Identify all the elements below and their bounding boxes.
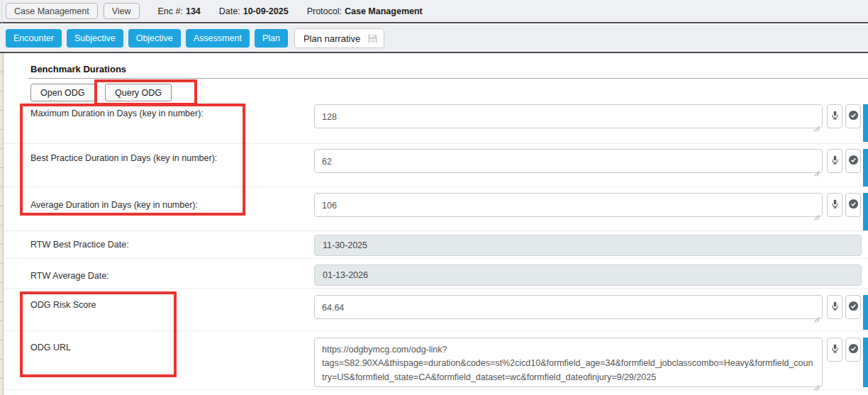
confirm-button[interactable] bbox=[845, 193, 861, 217]
maximum-duration-field: 128 bbox=[314, 104, 823, 131]
best-practice-duration-input[interactable]: 62 bbox=[314, 149, 823, 173]
heading-divider bbox=[28, 78, 868, 79]
microphone-icon bbox=[830, 301, 840, 313]
check-circle-icon bbox=[848, 343, 859, 356]
dictate-button[interactable] bbox=[827, 193, 842, 217]
tab-objective[interactable]: Objective bbox=[128, 29, 181, 48]
microphone-icon bbox=[830, 110, 840, 123]
protocol-value: Case Management bbox=[345, 6, 423, 16]
dictate-button[interactable] bbox=[827, 149, 842, 173]
encounter-topbar: Case Management View Enc #:134 Date:10-0… bbox=[0, 0, 868, 23]
case-management-button[interactable]: Case Management bbox=[6, 3, 98, 19]
maximum-duration-label: Maximum Duration in Days (key in number)… bbox=[30, 109, 204, 118]
tab-assessment[interactable]: Assessment bbox=[186, 29, 250, 48]
best-practice-duration-label: Best Practice Duration in Days (key in n… bbox=[30, 153, 217, 163]
rtw-average-date-label: RTW Average Date: bbox=[30, 271, 109, 281]
encounter-number: Enc #:134 bbox=[158, 6, 201, 16]
tab-plan[interactable]: Plan bbox=[255, 29, 288, 48]
odg-url-input[interactable]: https://odgbymcg.com/odg-link?tags=S82.9… bbox=[314, 338, 823, 387]
row-odg-risk-score: ODG Risk Score 64.64 bbox=[4, 288, 868, 330]
plan-narrative-button[interactable]: Plan narrative bbox=[294, 28, 384, 48]
protocol: Protocol:Case Management bbox=[307, 6, 423, 16]
row-odg-url: ODG URL https://odgbymcg.com/odg-link?ta… bbox=[4, 330, 868, 390]
dictate-button[interactable] bbox=[827, 338, 842, 362]
rtw-average-date-value: 01-13-2026 bbox=[314, 265, 862, 286]
case-management-page: Case Management View Enc #:134 Date:10-0… bbox=[0, 0, 868, 395]
confirm-button[interactable] bbox=[845, 149, 861, 173]
check-circle-icon bbox=[848, 199, 859, 211]
query-odg-button[interactable]: Query ODG bbox=[105, 84, 172, 101]
average-duration-field: 106 bbox=[314, 193, 823, 220]
row-rtw-best-practice-date: RTW Best Practice Date: 11-30-2025 bbox=[4, 230, 868, 258]
section-heading: Benchmark Durations bbox=[30, 64, 126, 74]
check-circle-icon bbox=[848, 301, 859, 313]
microphone-icon bbox=[830, 343, 840, 356]
odg-risk-score-label: ODG Risk Score bbox=[30, 300, 96, 310]
check-circle-icon bbox=[848, 110, 859, 123]
row-average-duration: Average Duration in Days (key in number)… bbox=[4, 187, 868, 230]
odg-buttons-row: Open ODG Query ODG bbox=[4, 80, 868, 104]
microphone-icon bbox=[830, 155, 840, 167]
tab-subjective[interactable]: Subjective bbox=[67, 29, 123, 48]
odg-url-label: ODG URL bbox=[30, 343, 71, 352]
microphone-icon bbox=[830, 199, 840, 211]
note-section-tabbar: Encounter Subjective Objective Assessmen… bbox=[0, 25, 868, 53]
odg-url-field: https://odgbymcg.com/odg-link?tags=S82.9… bbox=[314, 338, 823, 390]
row-best-practice-duration: Best Practice Duration in Days (key in n… bbox=[4, 143, 868, 187]
row-accent-bar bbox=[863, 149, 868, 187]
average-duration-input[interactable]: 106 bbox=[314, 193, 823, 217]
resize-handle-icon[interactable] bbox=[813, 381, 820, 387]
row-accent-bar bbox=[863, 104, 868, 142]
tab-encounter[interactable]: Encounter bbox=[6, 29, 62, 48]
row-accent-bar bbox=[863, 295, 868, 330]
date-value: 10-09-2025 bbox=[243, 6, 289, 16]
view-button[interactable]: View bbox=[104, 3, 140, 19]
confirm-button[interactable] bbox=[845, 338, 861, 362]
resize-handle-icon[interactable] bbox=[813, 211, 820, 217]
enc-label: Enc #: bbox=[158, 6, 183, 16]
best-practice-duration-field: 62 bbox=[314, 149, 823, 176]
confirm-button[interactable] bbox=[845, 104, 861, 128]
date-label: Date: bbox=[219, 6, 240, 16]
resize-handle-icon[interactable] bbox=[813, 167, 820, 173]
protocol-label: Protocol: bbox=[307, 6, 342, 16]
dictate-button[interactable] bbox=[827, 295, 842, 319]
row-accent-bar bbox=[863, 193, 868, 230]
plan-narrative-label: Plan narrative bbox=[304, 33, 360, 44]
dictate-button[interactable] bbox=[827, 104, 842, 128]
maximum-duration-input[interactable]: 128 bbox=[314, 104, 823, 128]
open-odg-button[interactable]: Open ODG bbox=[30, 84, 95, 101]
row-accent-bar bbox=[863, 338, 868, 387]
row-maximum-duration: Maximum Duration in Days (key in number)… bbox=[4, 104, 868, 143]
rtw-best-practice-date-value: 11-30-2025 bbox=[314, 235, 862, 256]
check-circle-icon bbox=[848, 155, 859, 167]
resize-handle-icon[interactable] bbox=[813, 313, 820, 319]
encounter-date: Date:10-09-2025 bbox=[219, 6, 289, 16]
left-edge-strip bbox=[0, 53, 4, 395]
resize-handle-icon[interactable] bbox=[813, 122, 820, 128]
row-rtw-average-date: RTW Average Date: 01-13-2026 bbox=[4, 258, 868, 288]
enc-value: 134 bbox=[186, 6, 201, 16]
save-icon bbox=[367, 33, 378, 44]
average-duration-label: Average Duration in Days (key in number)… bbox=[30, 200, 198, 210]
odg-risk-score-field: 64.64 bbox=[314, 295, 823, 322]
confirm-button[interactable] bbox=[845, 295, 861, 319]
rtw-best-practice-date-label: RTW Best Practice Date: bbox=[30, 240, 129, 250]
odg-risk-score-input[interactable]: 64.64 bbox=[314, 295, 823, 319]
